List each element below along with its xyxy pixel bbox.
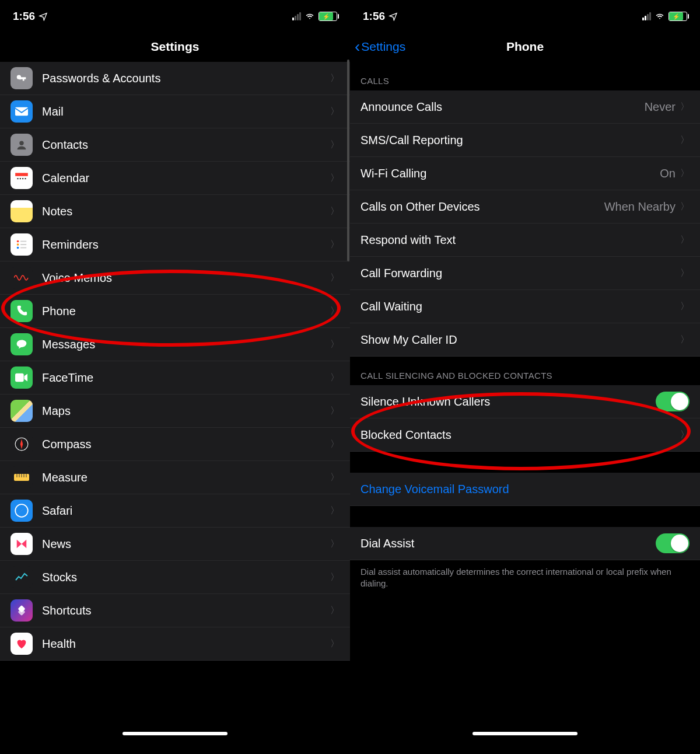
row-phone[interactable]: Phone 〉 (0, 295, 350, 328)
row-shortcuts[interactable]: Shortcuts 〉 (0, 594, 350, 627)
row-reminders[interactable]: Reminders 〉 (0, 228, 350, 261)
svg-point-23 (16, 505, 27, 516)
svg-rect-7 (24, 178, 26, 179)
row-voice-memos[interactable]: Voice Memos 〉 (0, 261, 350, 295)
mail-icon (10, 100, 33, 123)
status-bar: 1:56 ⚡ (0, 5, 350, 28)
chevron-right-icon: 〉 (330, 239, 340, 251)
chevron-right-icon: 〉 (330, 338, 340, 351)
health-icon (10, 633, 33, 655)
cell-signal-icon (292, 12, 301, 20)
back-button[interactable]: ‹ Settings (355, 39, 405, 55)
row-stocks[interactable]: Stocks 〉 (0, 561, 350, 594)
chevron-right-icon: 〉 (330, 72, 340, 85)
row-calendar[interactable]: Calendar 〉 (0, 162, 350, 195)
svg-rect-12 (20, 244, 26, 245)
row-health[interactable]: Health 〉 (0, 627, 350, 661)
messages-icon (10, 333, 33, 355)
reminders-icon (10, 233, 33, 256)
toggle-silence-unknown[interactable] (656, 392, 690, 411)
chevron-right-icon: 〉 (330, 205, 340, 218)
calendar-icon (10, 167, 33, 189)
key-icon (10, 67, 33, 89)
chevron-left-icon: ‹ (355, 39, 360, 55)
shortcuts-icon (10, 599, 33, 622)
chevron-right-icon: 〉 (680, 201, 690, 213)
row-announce-calls[interactable]: Announce Calls Never 〉 (350, 90, 700, 124)
svg-rect-0 (15, 107, 28, 116)
row-contacts[interactable]: Contacts 〉 (0, 128, 350, 162)
svg-rect-5 (20, 178, 21, 179)
status-bar: 1:56 ⚡ (350, 5, 700, 28)
cell-signal-icon (642, 12, 651, 20)
row-messages[interactable]: Messages 〉 (0, 328, 350, 361)
chevron-right-icon: 〉 (680, 134, 690, 146)
svg-rect-3 (15, 173, 28, 176)
measure-icon (10, 466, 33, 488)
row-passwords-accounts[interactable]: Passwords & Accounts 〉 (0, 62, 350, 95)
wifi-icon (654, 12, 665, 20)
chevron-right-icon: 〉 (680, 429, 690, 441)
row-change-voicemail-password[interactable]: Change Voicemail Password (350, 473, 700, 506)
page-title: Phone (506, 40, 544, 54)
svg-rect-11 (20, 241, 26, 242)
row-maps[interactable]: Maps 〉 (0, 395, 350, 428)
svg-rect-6 (22, 178, 23, 179)
row-notes[interactable]: Notes 〉 (0, 195, 350, 228)
row-safari[interactable]: Safari 〉 (0, 494, 350, 528)
compass-icon (10, 433, 33, 455)
page-title: Settings (151, 40, 200, 54)
row-wifi-calling[interactable]: Wi-Fi Calling On 〉 (350, 157, 700, 190)
svg-point-10 (17, 247, 19, 249)
svg-rect-4 (17, 178, 18, 179)
chevron-right-icon: 〉 (330, 106, 340, 118)
row-show-my-caller-id[interactable]: Show My Caller ID 〉 (350, 323, 700, 357)
chevron-right-icon: 〉 (330, 438, 340, 451)
nav-bar: Settings (0, 32, 350, 62)
home-indicator[interactable] (123, 732, 228, 735)
settings-list[interactable]: Passwords & Accounts 〉 Mail 〉 Contacts 〉… (0, 62, 350, 661)
row-news[interactable]: News 〉 (0, 528, 350, 561)
row-mail[interactable]: Mail 〉 (0, 95, 350, 128)
dial-assist-footer: Dial assist automatically determines the… (350, 560, 700, 596)
stocks-icon (10, 566, 33, 588)
svg-point-9 (17, 243, 19, 246)
svg-rect-14 (15, 373, 24, 382)
home-indicator[interactable] (473, 732, 578, 735)
location-icon (388, 12, 398, 21)
chevron-right-icon: 〉 (330, 405, 340, 417)
scrollbar[interactable] (347, 60, 349, 261)
section-header-calls: CALLS (350, 62, 700, 90)
chevron-right-icon: 〉 (680, 334, 690, 346)
toggle-dial-assist[interactable] (656, 533, 690, 553)
row-call-waiting[interactable]: Call Waiting 〉 (350, 290, 700, 323)
chevron-right-icon: 〉 (680, 234, 690, 246)
row-measure[interactable]: Measure 〉 (0, 461, 350, 494)
news-icon (10, 533, 33, 555)
battery-icon: ⚡ (668, 12, 687, 21)
chevron-right-icon: 〉 (680, 167, 690, 180)
nav-bar: ‹ Settings Phone (350, 32, 700, 62)
chevron-right-icon: 〉 (330, 172, 340, 184)
row-facetime[interactable]: FaceTime 〉 (0, 361, 350, 395)
row-dial-assist[interactable]: Dial Assist (350, 527, 700, 560)
status-time: 1:56 (363, 10, 385, 23)
chevron-right-icon: 〉 (680, 267, 690, 280)
chevron-right-icon: 〉 (680, 301, 690, 313)
maps-icon (10, 400, 33, 422)
row-respond-with-text[interactable]: Respond with Text 〉 (350, 224, 700, 257)
chevron-right-icon: 〉 (330, 272, 340, 284)
chevron-right-icon: 〉 (330, 605, 340, 617)
chevron-right-icon: 〉 (330, 372, 340, 384)
chevron-right-icon: 〉 (330, 505, 340, 517)
row-sms-call-reporting[interactable]: SMS/Call Reporting 〉 (350, 124, 700, 157)
battery-icon: ⚡ (318, 12, 337, 21)
contacts-icon (10, 134, 33, 156)
row-call-forwarding[interactable]: Call Forwarding 〉 (350, 257, 700, 290)
chevron-right-icon: 〉 (680, 101, 690, 113)
row-compass[interactable]: Compass 〉 (0, 428, 350, 461)
row-silence-unknown-callers[interactable]: Silence Unknown Callers (350, 385, 700, 418)
facetime-icon (10, 366, 33, 389)
row-blocked-contacts[interactable]: Blocked Contacts 〉 (350, 418, 700, 452)
row-calls-other-devices[interactable]: Calls on Other Devices When Nearby 〉 (350, 190, 700, 224)
